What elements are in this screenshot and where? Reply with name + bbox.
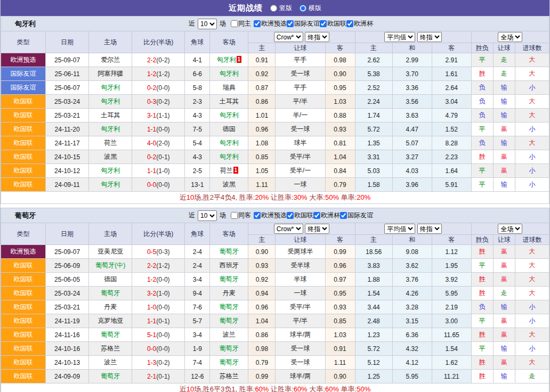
same-venue-checkbox[interactable] xyxy=(231,20,238,27)
avg-away: 1.61 xyxy=(432,67,471,81)
same-venue-option[interactable]: 同主 xyxy=(231,19,251,28)
result-goals: 大 xyxy=(515,109,549,123)
match-type: 欧洲预选 xyxy=(1,245,46,259)
average-select[interactable]: 平均值 xyxy=(384,224,415,234)
average-select[interactable]: 平均值 xyxy=(384,32,415,42)
competition-checkbox[interactable] xyxy=(287,212,294,219)
corner-score: 4-3 xyxy=(185,150,210,164)
avg-draw: 3.15 xyxy=(392,314,432,328)
home-team-name: 荷兰 xyxy=(104,139,117,146)
home-team-name: 丹麦 xyxy=(104,303,117,311)
competition-filter[interactable]: 欧国联 xyxy=(287,211,313,220)
summary-segment: 让胜率: xyxy=(269,193,293,201)
match-type: 欧国联 xyxy=(1,150,46,164)
table-row: 欧国联24-10-12匈牙利1-1(1-0)2-5荷兰11.05受半/一0.84… xyxy=(1,164,549,178)
competition-filter[interactable]: 欧洲预选 xyxy=(254,19,287,28)
competition-filter[interactable]: 欧洲杯 xyxy=(346,19,373,28)
bookmaker-select[interactable]: Crow* xyxy=(274,32,303,42)
bookmaker-select[interactable]: Crow* xyxy=(274,224,303,234)
average-stage-select[interactable]: 终指 xyxy=(417,32,442,42)
fulltime-score: 0-3 xyxy=(147,98,156,105)
recent-count-select[interactable]: 10 xyxy=(198,210,217,221)
competition-filter[interactable]: 国际友谊 xyxy=(287,19,320,28)
result-handicap: 走 xyxy=(493,53,515,67)
match-scope-select[interactable]: 全场 xyxy=(498,224,522,234)
fulltime-score: 3-1 xyxy=(147,112,156,119)
competition-checkbox[interactable] xyxy=(320,20,327,27)
recent-prefix-label: 近 xyxy=(189,19,195,28)
bookmaker-stage-select[interactable]: 终指 xyxy=(305,224,329,234)
vertical-layout-option[interactable]: 竖版 xyxy=(270,4,292,13)
match-score: 1-1(0-0) xyxy=(132,123,185,136)
match-score: 1-2(0-0) xyxy=(132,273,185,287)
horizontal-layout-option[interactable]: 横版 xyxy=(300,4,321,13)
avg-away: 11.65 xyxy=(432,328,471,342)
summary-highlight: 20% xyxy=(357,193,370,201)
away-team: 匈牙利 xyxy=(210,109,248,123)
result-handicap: 赢 xyxy=(493,273,515,287)
summary-text: 近10场,胜6平3负1, 胜率:60% 让胜率:60% 大率:60% 单率:50… xyxy=(1,383,549,392)
competition-filter[interactable]: 欧洲预选 xyxy=(254,211,287,220)
home-team-name: 亚美尼亚 xyxy=(98,248,123,255)
home-odds: 0.96 xyxy=(248,123,276,136)
away-team-name: 波黑 xyxy=(223,181,236,188)
same-venue-option[interactable]: 同客 xyxy=(231,211,251,220)
corner-score: 5-8 xyxy=(185,81,210,95)
result-handicap: 赢 xyxy=(493,164,515,178)
subcol-handicap-result: 让球 xyxy=(493,235,515,245)
avg-away: 5.95 xyxy=(432,287,471,300)
competition-label: 国际友谊 xyxy=(347,211,373,220)
bookmaker-stage-select[interactable]: 终指 xyxy=(305,32,329,42)
match-type: 欧国联 xyxy=(1,328,46,342)
avg-away: 3.92 xyxy=(432,273,471,287)
summary-segment: 近 xyxy=(180,385,187,392)
handicap: 平/半 xyxy=(276,95,325,109)
competition-filter[interactable]: 国际友谊 xyxy=(340,211,373,220)
vertical-layout-radio[interactable] xyxy=(270,5,277,12)
competition-filter[interactable]: 欧国联 xyxy=(320,19,346,28)
competition-checkbox[interactable] xyxy=(346,20,353,27)
result-handicap: 输 xyxy=(493,370,515,383)
competition-filter[interactable]: 欧洲杯 xyxy=(313,211,340,220)
col-header-corner: 角球 xyxy=(185,223,210,245)
home-team: 丹麦 xyxy=(89,300,132,314)
red-card-badge: 1 xyxy=(237,56,241,63)
competition-checkbox[interactable] xyxy=(254,212,261,219)
table-row: 欧国联25-03-24匈牙利0-3(0-2)2-3土耳其0.86平/半1.032… xyxy=(1,95,549,109)
corner-score: 1-9 xyxy=(185,342,210,356)
result-goals: 小 xyxy=(515,123,549,136)
home-team-name: 匈牙利 xyxy=(101,167,120,174)
home-team: 葡萄牙(中) xyxy=(89,259,132,273)
halftime-score: (0-0) xyxy=(156,84,169,92)
horizontal-layout-radio[interactable] xyxy=(300,5,306,12)
result-handicap: 输 xyxy=(493,95,515,109)
match-score: 4-0(2-0) xyxy=(132,136,185,150)
match-type: 欧国联 xyxy=(1,136,46,150)
summary-segment: 单率: xyxy=(339,193,357,201)
match-type: 欧国联 xyxy=(1,259,46,273)
home-odds: 1.04 xyxy=(248,314,276,328)
home-team-name: 阿塞拜疆 xyxy=(98,70,123,77)
home-team-name: 德国 xyxy=(104,275,117,283)
red-card-badge: 1 xyxy=(233,167,238,174)
subcol-avg-away: 客 xyxy=(432,235,471,245)
home-odds: 0.91 xyxy=(248,53,276,67)
competition-checkbox[interactable] xyxy=(254,20,261,27)
competition-checkbox[interactable] xyxy=(287,20,294,27)
competition-checkbox[interactable] xyxy=(340,212,347,219)
col-header-score: 比分(半场) xyxy=(132,31,185,53)
avg-away: 8.28 xyxy=(432,136,471,150)
average-stage-select[interactable]: 终指 xyxy=(417,224,442,234)
recent-count-select[interactable]: 10 xyxy=(198,19,217,29)
match-scope-select[interactable]: 全场 xyxy=(498,32,522,42)
result-handicap: 输 xyxy=(493,300,515,314)
table-row: 欧国联25-03-21土耳其3-1(1-1)4-3匈牙利1.01半/一0.881… xyxy=(1,109,549,123)
home-odds: 0.86 xyxy=(248,328,276,342)
summary-segment: 大率: xyxy=(308,385,325,392)
same-venue-checkbox[interactable] xyxy=(231,212,238,219)
result-goals: 大 xyxy=(515,356,549,370)
result-handicap: 输 xyxy=(493,136,515,150)
halftime-score: (0-0) xyxy=(156,276,169,283)
match-type: 欧国联 xyxy=(1,178,46,192)
competition-checkbox[interactable] xyxy=(313,212,320,219)
